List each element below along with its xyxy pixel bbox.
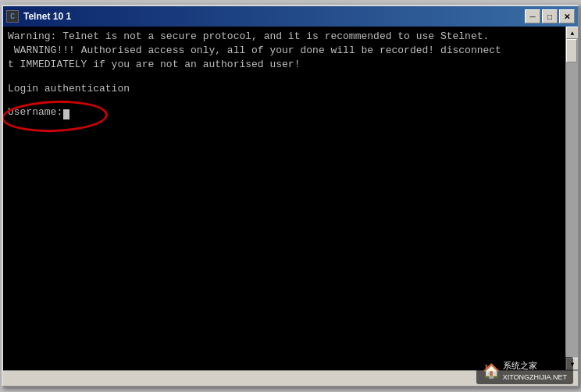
scroll-track[interactable] bbox=[566, 39, 578, 358]
watermark-text: 系统之家 XITONGZHIJIA.NET bbox=[503, 360, 567, 381]
terminal-wrapper: Warning: Telnet is not a secure protocol… bbox=[3, 27, 578, 370]
telnet-window: C Telnet 10 1 ─ □ ✕ Warning: Telnet is n… bbox=[2, 5, 579, 387]
maximize-button[interactable]: □ bbox=[542, 9, 558, 23]
terminal-cursor bbox=[63, 109, 70, 119]
username-highlight: Username: bbox=[8, 105, 70, 119]
watermark-icon: 🏠 bbox=[483, 362, 500, 380]
titlebar-left: C Telnet 10 1 bbox=[6, 10, 71, 23]
titlebar: C Telnet 10 1 ─ □ ✕ bbox=[3, 6, 578, 27]
username-line: Username: bbox=[8, 105, 561, 119]
scrollbar: ▲ ▼ bbox=[565, 27, 578, 370]
watermark: 🏠 系统之家 XITONGZHIJIA.NET bbox=[476, 357, 573, 384]
window-icon: C bbox=[6, 10, 19, 23]
titlebar-buttons: ─ □ ✕ bbox=[525, 9, 575, 23]
terminal-area[interactable]: Warning: Telnet is not a secure protocol… bbox=[3, 27, 565, 370]
scroll-up-button[interactable]: ▲ bbox=[566, 27, 578, 39]
terminal-line-3: t IMMEDIATELY if you are not an authoris… bbox=[8, 58, 561, 72]
terminal-line-1: Warning: Telnet is not a secure protocol… bbox=[8, 30, 561, 44]
terminal-line-2: WARNING!!! Authorised access only, all o… bbox=[8, 44, 561, 58]
terminal-line-4: Login authentication bbox=[8, 82, 561, 96]
username-label: Username: bbox=[8, 106, 62, 118]
close-button[interactable]: ✕ bbox=[559, 9, 575, 23]
minimize-button[interactable]: ─ bbox=[525, 9, 540, 23]
scroll-thumb[interactable] bbox=[566, 39, 577, 62]
window-title: Telnet 10 1 bbox=[23, 11, 71, 22]
